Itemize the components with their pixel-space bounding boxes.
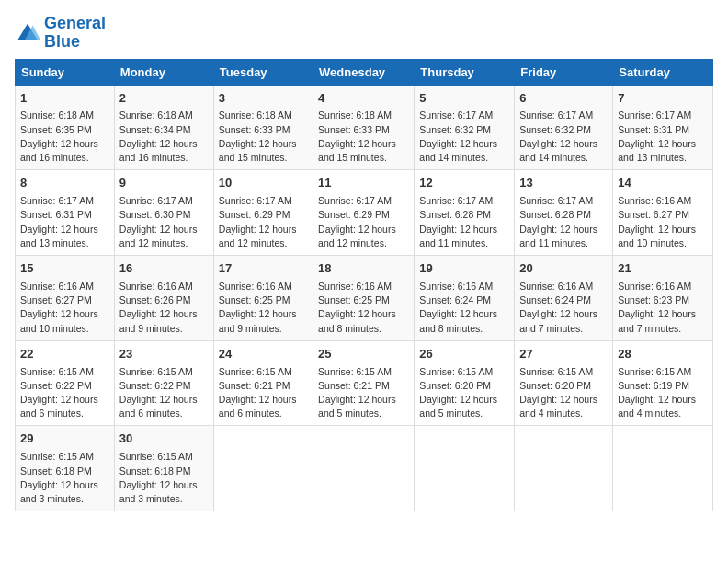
day-info-line: Sunrise: 6:15 AM (20, 451, 94, 462)
day-number: 23 (119, 346, 209, 363)
day-info-line: Sunrise: 6:15 AM (519, 366, 593, 377)
logo: General Blue (15, 15, 106, 52)
day-info-line: and 12 minutes. (318, 237, 387, 248)
day-info-line: Sunset: 6:20 PM (419, 380, 491, 391)
day-info: Sunrise: 6:16 AMSunset: 6:27 PMDaylight:… (20, 280, 109, 336)
day-info: Sunrise: 6:17 AMSunset: 6:31 PMDaylight:… (618, 109, 708, 165)
calendar-cell: 8Sunrise: 6:17 AMSunset: 6:31 PMDaylight… (16, 170, 115, 256)
day-info-line: Daylight: 12 hours (219, 308, 297, 319)
day-info-line: Sunrise: 6:15 AM (318, 366, 392, 377)
day-info-line: Sunset: 6:27 PM (20, 294, 92, 305)
day-number: 10 (219, 175, 308, 192)
day-number: 7 (618, 90, 708, 108)
calendar-week-row: 8Sunrise: 6:17 AMSunset: 6:31 PMDaylight… (16, 170, 713, 256)
day-info-line: Sunset: 6:29 PM (219, 209, 290, 220)
day-info-line: Daylight: 12 hours (20, 138, 98, 149)
day-info-line: Daylight: 12 hours (419, 138, 497, 149)
calendar-cell: 5Sunrise: 6:17 AMSunset: 6:32 PMDaylight… (415, 85, 515, 170)
calendar-week-row: 1Sunrise: 6:18 AMSunset: 6:35 PMDaylight… (16, 85, 713, 170)
day-number: 28 (618, 346, 708, 363)
day-info-line: Sunset: 6:20 PM (519, 380, 591, 391)
day-info-line: Sunset: 6:19 PM (618, 380, 689, 391)
day-info-line: Sunset: 6:24 PM (419, 294, 491, 305)
day-number: 20 (519, 260, 608, 278)
day-info-line: Sunset: 6:29 PM (318, 209, 390, 220)
day-info-line: Sunset: 6:32 PM (419, 124, 491, 135)
day-info-line: Sunrise: 6:15 AM (618, 366, 691, 377)
day-info-line: and 11 minutes. (519, 237, 588, 248)
day-info: Sunrise: 6:16 AMSunset: 6:24 PMDaylight:… (519, 280, 608, 336)
day-info-line: Sunset: 6:25 PM (219, 294, 290, 305)
calendar-cell: 2Sunrise: 6:18 AMSunset: 6:34 PMDaylight… (114, 85, 213, 170)
day-info: Sunrise: 6:17 AMSunset: 6:28 PMDaylight:… (419, 194, 509, 250)
day-info-line: Sunrise: 6:16 AM (618, 195, 691, 206)
day-info-line: Sunrise: 6:18 AM (318, 109, 392, 121)
calendar-cell: 26Sunrise: 6:15 AMSunset: 6:20 PMDayligh… (415, 340, 515, 426)
day-info-line: Sunset: 6:23 PM (618, 294, 689, 305)
calendar-cell: 9Sunrise: 6:17 AMSunset: 6:30 PMDaylight… (114, 170, 213, 256)
day-info-line: Daylight: 12 hours (519, 394, 597, 405)
day-info-line: Sunrise: 6:16 AM (119, 281, 193, 292)
day-info: Sunrise: 6:18 AMSunset: 6:33 PMDaylight:… (219, 109, 308, 165)
day-info-line: Daylight: 12 hours (618, 224, 696, 235)
day-number: 29 (20, 431, 109, 448)
day-info-line: and 13 minutes. (618, 152, 687, 163)
day-info-line: Sunrise: 6:16 AM (519, 281, 593, 292)
day-info-line: Sunset: 6:22 PM (20, 380, 92, 391)
calendar-cell: 15Sunrise: 6:16 AMSunset: 6:27 PMDayligh… (16, 256, 115, 341)
calendar-cell: 16Sunrise: 6:16 AMSunset: 6:26 PMDayligh… (114, 256, 213, 341)
day-info-line: Sunset: 6:33 PM (219, 124, 290, 135)
day-info: Sunrise: 6:15 AMSunset: 6:22 PMDaylight:… (119, 365, 209, 421)
dow-header: Monday (114, 59, 213, 85)
day-info: Sunrise: 6:15 AMSunset: 6:18 PMDaylight:… (20, 450, 109, 506)
day-number: 5 (419, 90, 509, 108)
day-info: Sunrise: 6:15 AMSunset: 6:20 PMDaylight:… (419, 365, 509, 421)
calendar-week-row: 29Sunrise: 6:15 AMSunset: 6:18 PMDayligh… (16, 426, 713, 511)
day-info-line: Sunrise: 6:17 AM (219, 195, 292, 206)
day-info: Sunrise: 6:18 AMSunset: 6:33 PMDaylight:… (318, 109, 409, 165)
day-info: Sunrise: 6:18 AMSunset: 6:35 PMDaylight:… (20, 109, 109, 165)
dow-header: Sunday (16, 59, 115, 85)
calendar-cell: 25Sunrise: 6:15 AMSunset: 6:21 PMDayligh… (313, 340, 415, 426)
calendar-cell: 4Sunrise: 6:18 AMSunset: 6:33 PMDaylight… (313, 85, 415, 170)
dow-header: Thursday (415, 59, 515, 85)
day-info-line: Daylight: 12 hours (20, 394, 98, 405)
calendar-cell: 17Sunrise: 6:16 AMSunset: 6:25 PMDayligh… (213, 256, 313, 341)
day-info-line: Daylight: 12 hours (419, 224, 497, 235)
day-info-line: Sunrise: 6:16 AM (618, 281, 691, 292)
day-info-line: and 6 minutes. (219, 408, 282, 419)
day-info-line: and 13 minutes. (20, 237, 89, 248)
day-info: Sunrise: 6:17 AMSunset: 6:30 PMDaylight:… (119, 194, 209, 250)
calendar-cell (613, 426, 713, 511)
day-info-line: Sunset: 6:35 PM (20, 124, 92, 135)
day-info-line: Sunrise: 6:15 AM (119, 451, 193, 462)
day-info-line: Daylight: 12 hours (519, 224, 597, 235)
calendar-cell: 24Sunrise: 6:15 AMSunset: 6:21 PMDayligh… (213, 340, 313, 426)
day-info-line: Sunrise: 6:16 AM (219, 281, 292, 292)
day-number: 26 (419, 346, 509, 363)
day-info-line: and 12 minutes. (219, 237, 288, 248)
day-info-line: and 16 minutes. (119, 152, 188, 163)
calendar-cell: 18Sunrise: 6:16 AMSunset: 6:25 PMDayligh… (313, 256, 415, 341)
dow-header: Tuesday (213, 59, 313, 85)
day-number: 25 (318, 346, 409, 363)
day-info-line: Sunrise: 6:15 AM (119, 366, 193, 377)
day-info: Sunrise: 6:16 AMSunset: 6:23 PMDaylight:… (618, 280, 708, 336)
day-info-line: and 16 minutes. (20, 152, 89, 163)
calendar-cell: 20Sunrise: 6:16 AMSunset: 6:24 PMDayligh… (515, 256, 613, 341)
day-info: Sunrise: 6:15 AMSunset: 6:21 PMDaylight:… (318, 365, 409, 421)
day-info-line: and 5 minutes. (419, 408, 483, 419)
day-info-line: Daylight: 12 hours (618, 138, 696, 149)
day-info: Sunrise: 6:17 AMSunset: 6:29 PMDaylight:… (219, 194, 308, 250)
day-info-line: Sunrise: 6:17 AM (419, 195, 493, 206)
day-info-line: Sunset: 6:25 PM (318, 294, 390, 305)
day-info-line: Sunset: 6:22 PM (119, 380, 191, 391)
day-info-line: and 3 minutes. (20, 493, 84, 504)
day-info-line: and 12 minutes. (119, 237, 188, 248)
day-info-line: and 4 minutes. (618, 408, 681, 419)
day-info: Sunrise: 6:15 AMSunset: 6:20 PMDaylight:… (519, 365, 608, 421)
day-info-line: Daylight: 12 hours (219, 394, 297, 405)
day-info-line: Sunrise: 6:16 AM (20, 281, 94, 292)
day-number: 14 (618, 175, 708, 192)
day-info-line: Sunset: 6:30 PM (119, 209, 191, 220)
